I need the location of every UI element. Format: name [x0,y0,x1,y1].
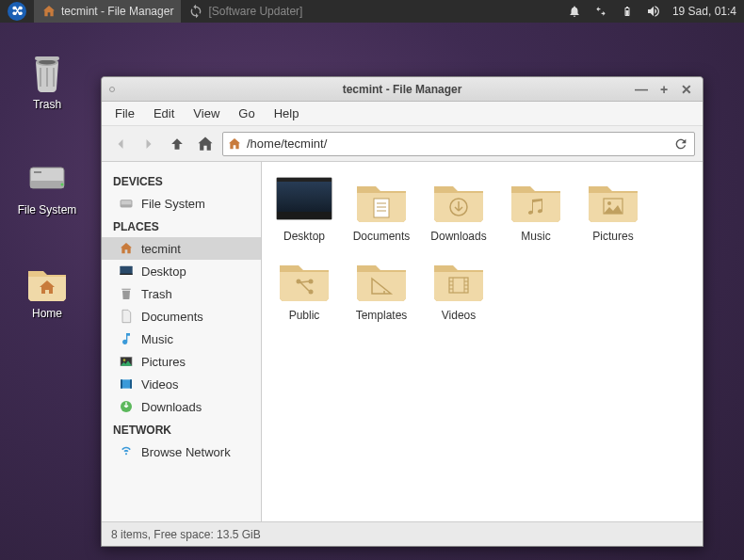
pictures-icon [119,354,134,369]
maximize-button[interactable]: + [657,83,671,96]
svg-point-2 [39,60,56,65]
folder-icon [430,256,487,303]
svg-line-29 [300,281,309,282]
drive-icon [24,154,70,200]
taskbar-app-filemanager[interactable]: tecmint - File Manager [34,0,181,23]
taskbar-app-updater[interactable]: [Software Updater] [181,0,310,23]
sidebar-header-places: PLACES [102,215,261,237]
folder-icon [353,177,410,224]
sidebar-item-trash[interactable]: Trash [102,282,261,305]
sidebar-item-videos[interactable]: Videos [102,373,261,395]
menu-help[interactable]: Help [265,104,309,123]
folder-documents[interactable]: Documents [348,177,414,243]
home-icon [119,241,134,256]
trash-icon [24,49,70,94]
home-button[interactable] [194,133,217,155]
sidebar-item-music[interactable]: Music [102,328,261,350]
back-button[interactable] [109,133,132,155]
home-icon [227,136,242,152]
task-label: [Software Updater] [208,5,302,18]
desktop[interactable]: Trash File System Home tecmint - File Ma… [0,23,744,560]
sidebar-header-devices: DEVICES [102,169,261,192]
folder-icon [430,177,487,224]
sidebar-item-filesystem[interactable]: File System [102,192,261,215]
home-folder-icon [24,258,70,303]
minimize-button[interactable]: — [635,83,648,96]
sidebar-item-documents[interactable]: Documents [102,305,261,328]
file-view[interactable]: Desktop Documents Downloads Music Pictur… [262,162,703,521]
titlebar[interactable]: tecmint - File Manager — + ✕ [102,77,703,102]
status-text: 8 items, Free space: 13.5 GiB [111,528,261,541]
sidebar-item-pictures[interactable]: Pictures [102,350,261,373]
desktop-thumb-icon [276,177,332,220]
svg-rect-5 [30,181,64,188]
folder-icon [353,256,410,303]
svg-rect-3 [35,56,59,60]
svg-rect-12 [121,289,130,290]
sidebar-item-browse-network[interactable]: Browse Network [102,440,261,463]
battery-icon[interactable] [620,4,635,19]
desktop-icon [119,264,134,279]
top-panel: tecmint - File Manager [Software Updater… [0,0,744,23]
clock[interactable]: 19 Sad, 01:4 [672,5,736,18]
toolbar [102,126,703,162]
menu-go[interactable]: Go [229,104,264,123]
folder-pictures[interactable]: Pictures [580,177,646,243]
folder-desktop[interactable]: Desktop [271,177,337,243]
network-icon [119,444,134,459]
svg-point-6 [61,184,64,186]
svg-point-27 [309,280,314,284]
folder-public[interactable]: Public [271,256,337,322]
svg-rect-0 [625,10,628,15]
svg-rect-17 [130,379,132,388]
reload-button[interactable] [671,135,690,153]
svg-point-25 [607,201,611,205]
path-entry[interactable] [222,132,695,156]
notification-icon[interactable] [567,4,582,19]
svg-point-14 [123,359,126,361]
folder-videos[interactable]: Videos [426,256,492,322]
drive-icon [119,196,134,211]
statusbar: 8 items, Free space: 13.5 GiB [102,521,703,546]
path-input[interactable] [247,136,667,151]
menu-edit[interactable]: Edit [144,104,184,123]
applications-menu-button[interactable] [0,0,34,23]
home-icon [41,4,57,19]
update-icon [188,4,203,19]
folder-templates[interactable]: Templates [348,256,414,322]
sidebar-item-desktop[interactable]: Desktop [102,260,261,282]
task-label: tecmint - File Manager [61,5,173,18]
file-manager-window: tecmint - File Manager — + ✕ File Edit V… [101,76,704,547]
folder-downloads[interactable]: Downloads [426,177,492,243]
forward-button[interactable] [137,133,160,155]
svg-rect-10 [120,266,132,275]
sidebar-header-network: NETWORK [102,418,261,440]
document-icon [119,309,134,324]
menu-view[interactable]: View [184,104,229,123]
svg-rect-16 [121,379,122,388]
window-title: tecmint - File Manager [102,83,703,96]
svg-rect-11 [120,274,132,275]
close-button[interactable]: ✕ [680,83,693,96]
svg-rect-7 [34,171,41,173]
volume-icon[interactable] [646,4,661,19]
folder-icon [508,177,564,224]
desktop-icon-home[interactable]: Home [9,258,85,320]
menu-file[interactable]: File [105,104,144,123]
up-button[interactable] [166,133,188,155]
folder-icon [585,177,641,224]
svg-rect-9 [121,204,132,207]
videos-icon [119,376,134,392]
sidebar: DEVICES File System PLACES tecmint Deskt… [102,162,262,521]
desktop-icon-filesystem[interactable]: File System [9,154,85,216]
downloads-icon [119,399,134,414]
folder-icon [276,256,332,303]
sidebar-item-tecmint[interactable]: tecmint [102,237,261,260]
folder-music[interactable]: Music [503,177,569,243]
network-icon[interactable] [593,4,608,19]
sidebar-item-downloads[interactable]: Downloads [102,395,261,418]
desktop-icon-trash[interactable]: Trash [9,49,85,111]
menubar: File Edit View Go Help [102,102,703,126]
trash-icon [119,286,134,301]
xfce-logo-icon [8,2,26,21]
